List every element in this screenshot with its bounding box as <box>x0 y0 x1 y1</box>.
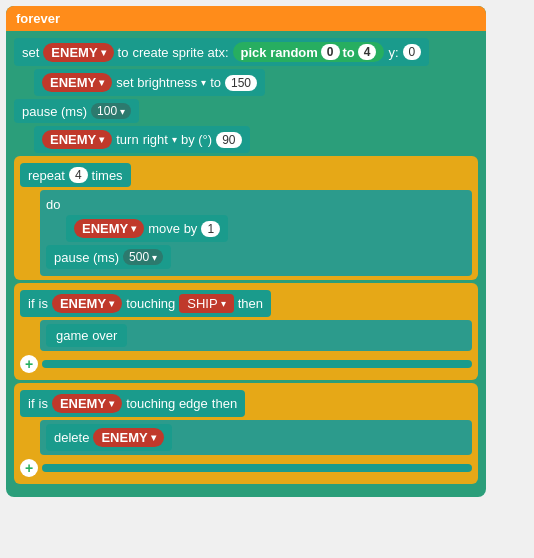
set-brightness-text: set brightness <box>116 75 197 90</box>
repeat-body: do ENEMY move by 1 <box>40 190 472 276</box>
pick-random-block[interactable]: pick random 0 to 4 <box>233 42 385 62</box>
pause2-val[interactable]: 500 <box>123 249 163 265</box>
set-block-inner: set ENEMY to create sprite atx: pick ran… <box>14 38 429 66</box>
gameover-block: game over <box>46 324 127 347</box>
enemy-var-3[interactable]: ENEMY <box>42 130 112 149</box>
if2-inner: if is ENEMY touching edge then <box>20 390 245 417</box>
do-label-row: do <box>46 197 466 212</box>
repeat-header: repeat 4 times <box>20 163 472 187</box>
turn-val[interactable]: 90 <box>216 132 241 148</box>
if1-block: if is ENEMY touching SHIP then g <box>14 283 478 380</box>
y-text: y: <box>388 45 398 60</box>
delete-text: delete <box>54 430 89 445</box>
y-val[interactable]: 0 <box>403 44 422 60</box>
forever-block: forever set ENEMY to create sprite atx: … <box>6 6 486 497</box>
if1-then: then <box>238 296 263 311</box>
if1-add-button[interactable]: + <box>20 355 38 373</box>
if1-plus-row: + <box>20 355 472 373</box>
brightness-block: ENEMY set brightness ▾ to 150 <box>34 69 478 96</box>
if1-keyword: if <box>28 296 35 311</box>
enemy-var-4[interactable]: ENEMY <box>74 219 144 238</box>
if1-inner: if is ENEMY touching SHIP then <box>20 290 271 317</box>
repeat-inner: repeat 4 times <box>20 163 131 187</box>
repeat-keyword: repeat <box>28 168 65 183</box>
pause1-block: pause (ms) 100 <box>14 99 478 123</box>
brightness-inner: ENEMY set brightness ▾ to 150 <box>34 69 265 96</box>
pause1-inner: pause (ms) 100 <box>14 99 139 123</box>
if1-ship-var[interactable]: SHIP <box>179 294 233 313</box>
move-val[interactable]: 1 <box>201 221 220 237</box>
turn-text: turn <box>116 132 138 147</box>
enemy-var-1[interactable]: ENEMY <box>43 43 113 62</box>
if2-then: then <box>212 396 237 411</box>
pause1-val[interactable]: 100 <box>91 103 131 119</box>
blocks-workspace: forever set ENEMY to create sprite atx: … <box>0 0 534 503</box>
brightness-val[interactable]: 150 <box>225 75 257 91</box>
turn-inner: ENEMY turn right ▾ by (°) 90 <box>34 126 250 153</box>
pause2-inner: pause (ms) 500 <box>46 245 171 269</box>
repeat-val[interactable]: 4 <box>69 167 88 183</box>
forever-label: forever <box>6 6 486 31</box>
right-text: right <box>143 132 168 147</box>
if2-block: if is ENEMY touching edge then delete EN… <box>14 383 478 484</box>
if2-is: is <box>39 396 48 411</box>
if1-touching: touching <box>126 296 175 311</box>
if1-enemy-var[interactable]: ENEMY <box>52 294 122 313</box>
if1-body: game over <box>40 320 472 351</box>
enemy-var-2[interactable]: ENEMY <box>42 73 112 92</box>
if2-plus-row: + <box>20 459 472 477</box>
turn-block: ENEMY turn right ▾ by (°) 90 <box>34 126 478 153</box>
by-text: by (°) <box>181 132 212 147</box>
move-block: ENEMY move by 1 <box>66 215 466 242</box>
pause2-label: pause (ms) <box>54 250 119 265</box>
to-text-2: to <box>210 75 221 90</box>
times-text: times <box>92 168 123 183</box>
create-sprite-text: create sprite atx: <box>132 45 228 60</box>
if2-delete-var[interactable]: ENEMY <box>93 428 163 447</box>
do-text: do <box>46 197 60 212</box>
pause2-block: pause (ms) 500 <box>46 245 466 269</box>
if1-header: if is ENEMY touching SHIP then <box>20 290 472 317</box>
pause1-label: pause (ms) <box>22 104 87 119</box>
if2-touching: touching edge <box>126 396 208 411</box>
set-block: set ENEMY to create sprite atx: pick ran… <box>14 38 478 66</box>
repeat-block: repeat 4 times do ENEMY <box>14 156 478 280</box>
to-text-1: to <box>118 45 129 60</box>
val2[interactable]: 4 <box>358 44 377 60</box>
set-keyword: set <box>22 45 39 60</box>
if2-body: delete ENEMY <box>40 420 472 455</box>
val1[interactable]: 0 <box>321 44 340 60</box>
if2-enemy-var[interactable]: ENEMY <box>52 394 122 413</box>
move-text: move by <box>148 221 197 236</box>
if2-header: if is ENEMY touching edge then <box>20 390 472 417</box>
if1-is: is <box>39 296 48 311</box>
if2-keyword: if <box>28 396 35 411</box>
if2-add-button[interactable]: + <box>20 459 38 477</box>
move-inner: ENEMY move by 1 <box>66 215 228 242</box>
delete-block: delete ENEMY <box>46 424 172 451</box>
